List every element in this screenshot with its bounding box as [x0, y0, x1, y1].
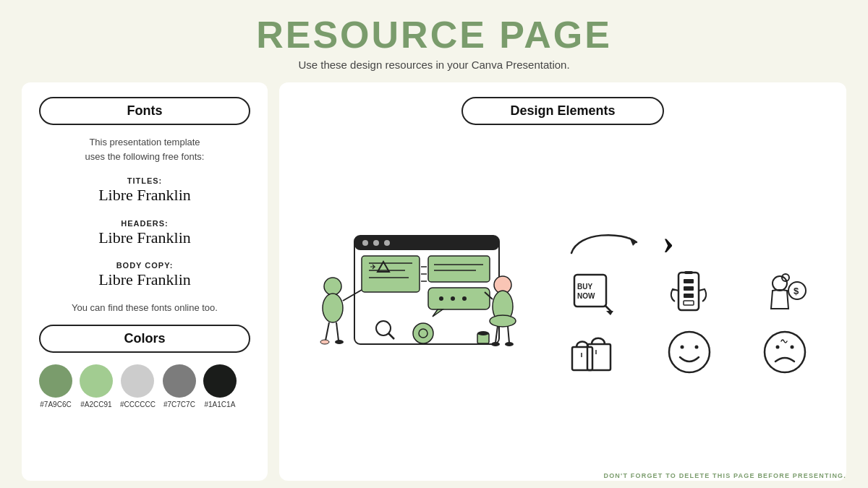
design-elements-content: › BUY NOW — [297, 135, 829, 466]
swatch-2: #A2CC91 — [80, 364, 113, 408]
icons-area: › BUY NOW — [550, 224, 829, 377]
font-entry-headers: HEADERS: Libre Franklin — [39, 219, 250, 249]
svg-point-2 — [362, 240, 368, 246]
svg-rect-53 — [684, 301, 694, 305]
svg-text:BUY: BUY — [577, 283, 592, 291]
swatch-circle-3 — [121, 364, 154, 398]
svg-text:$: $ — [793, 286, 799, 296]
svg-point-31 — [491, 342, 500, 346]
shopping-bags-icon — [569, 327, 619, 377]
page-wrapper: RESOURCE PAGE Use these design resources… — [0, 0, 868, 488]
font-name-headers: Libre Franklin — [39, 228, 250, 249]
svg-point-41 — [477, 331, 489, 335]
svg-point-16 — [462, 296, 467, 301]
main-illustration — [311, 221, 528, 380]
svg-rect-12 — [428, 288, 490, 309]
svg-marker-42 — [629, 237, 637, 246]
page-title: RESOURCE PAGE — [256, 14, 612, 56]
svg-point-67 — [791, 346, 794, 349]
svg-point-62 — [669, 332, 710, 372]
svg-rect-49 — [684, 271, 693, 274]
swatch-circle-5 — [203, 364, 237, 398]
svg-point-24 — [335, 340, 344, 344]
svg-point-3 — [373, 240, 379, 246]
smiley-icon — [664, 327, 715, 377]
buy-now-icon: BUY NOW — [569, 269, 619, 320]
svg-rect-59 — [587, 344, 610, 370]
font-role-body: BODY COPY: — [39, 261, 250, 270]
svg-marker-47 — [606, 311, 613, 315]
swatch-circle-4 — [163, 364, 196, 398]
svg-line-21 — [326, 322, 329, 341]
svg-point-28 — [490, 315, 516, 327]
svg-line-30 — [508, 326, 509, 343]
swatch-3: #CCCCCC — [120, 364, 156, 408]
illustration-area — [297, 221, 542, 380]
svg-point-18 — [324, 278, 341, 295]
svg-point-66 — [776, 346, 780, 349]
svg-rect-48 — [678, 273, 699, 310]
svg-rect-52 — [684, 294, 694, 298]
sad-face-icon-cell — [741, 327, 829, 377]
svg-rect-51 — [684, 286, 694, 291]
page-subtitle: Use these design resources in your Canva… — [256, 59, 612, 71]
arrow-row: › — [550, 224, 829, 260]
swatch-5: #1A1C1A — [203, 364, 237, 408]
person-coin-icon: $ — [760, 269, 810, 320]
icons-grid: BUY NOW — [550, 269, 829, 377]
svg-point-23 — [320, 340, 329, 344]
sad-face-icon — [760, 327, 810, 377]
svg-point-65 — [765, 332, 805, 372]
font-entry-titles: TITLES: Libre Franklin — [39, 176, 250, 206]
swatch-4: #7C7C7C — [163, 364, 196, 408]
svg-text:NOW: NOW — [577, 292, 595, 300]
svg-point-63 — [681, 346, 684, 349]
svg-point-4 — [384, 240, 390, 246]
shopping-bags-icon-cell — [550, 327, 638, 377]
font-role-titles: TITLES: — [39, 176, 250, 185]
person-coin-icon-cell: $ — [741, 269, 829, 320]
font-name-body: Libre Franklin — [39, 270, 250, 291]
chevron-right-icon: › — [663, 225, 674, 260]
fonts-label: Fonts — [39, 97, 250, 125]
left-panel: Fonts This presentation template uses th… — [22, 82, 268, 481]
svg-point-15 — [451, 296, 455, 301]
font-role-headers: HEADERS: — [39, 219, 250, 228]
svg-point-64 — [695, 346, 699, 349]
swatch-label-4: #7C7C7C — [163, 401, 195, 408]
svg-rect-5 — [362, 256, 420, 292]
svg-rect-43 — [574, 275, 606, 307]
svg-point-33 — [413, 323, 433, 343]
svg-rect-58 — [572, 347, 592, 370]
footer-note: DON'T FORGET TO DELETE THIS PAGE BEFORE … — [603, 472, 846, 479]
phone-battery-icon-cell — [645, 269, 733, 320]
right-panel: Design Elements — [279, 82, 846, 481]
curved-arrow-icon — [564, 224, 651, 260]
svg-point-19 — [323, 294, 343, 322]
svg-rect-50 — [684, 279, 694, 283]
design-elements-label: Design Elements — [461, 97, 664, 125]
font-name-titles: Libre Franklin — [39, 185, 250, 206]
swatch-label-1: #7A9C6C — [40, 401, 71, 408]
svg-point-54 — [773, 276, 787, 291]
svg-line-22 — [336, 322, 339, 341]
phone-battery-icon — [664, 269, 715, 320]
fonts-description: This presentation template uses the foll… — [39, 135, 250, 163]
svg-point-14 — [439, 296, 443, 301]
svg-rect-9 — [428, 256, 490, 282]
swatch-circle-1 — [39, 364, 72, 398]
swatch-label-3: #CCCCCC — [120, 401, 156, 408]
smiley-icon-cell — [645, 327, 733, 377]
main-content: Fonts This presentation template uses th… — [22, 82, 846, 481]
swatch-1: #7A9C6C — [39, 364, 72, 408]
swatch-label-2: #A2CC91 — [80, 401, 111, 408]
font-entry-body: BODY COPY: Libre Franklin — [39, 261, 250, 291]
buy-now-icon-cell: BUY NOW — [550, 269, 638, 320]
header-section: RESOURCE PAGE Use these design resources… — [256, 14, 612, 71]
svg-point-32 — [505, 342, 514, 346]
swatch-label-5: #1A1C1A — [205, 401, 236, 408]
find-fonts-text: You can find these fonts online too. — [39, 302, 250, 313]
color-swatches: #7A9C6C #A2CC91 #CCCCCC #7C7C7C #1A1C1A — [39, 364, 250, 408]
swatch-circle-2 — [80, 364, 113, 398]
colors-label: Colors — [39, 325, 250, 353]
